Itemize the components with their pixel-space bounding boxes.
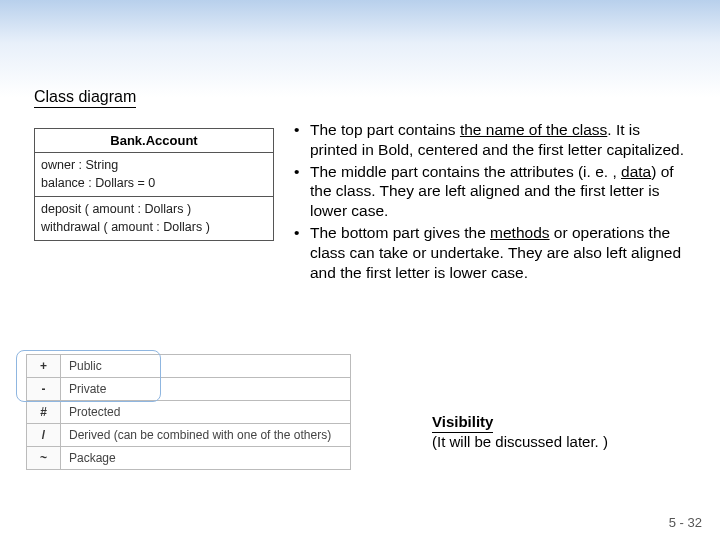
visibility-symbol: - [27, 378, 61, 401]
uml-operation: withdrawal ( amount : Dollars ) [41, 219, 267, 237]
visibility-label: Package [61, 447, 351, 470]
visibility-label: Protected [61, 401, 351, 424]
visibility-subtext: (It will be discussed later. ) [432, 433, 608, 450]
uml-operation: deposit ( amount : Dollars ) [41, 201, 267, 219]
bullet-underline: the name of the class [460, 121, 607, 138]
visibility-table: + Public - Private # Protected / Derived… [26, 354, 351, 470]
description-list: The top part contains the name of the cl… [292, 120, 687, 285]
visibility-note: Visibility (It will be discussed later. … [432, 413, 608, 452]
bullet-text: The bottom part gives the [310, 224, 490, 241]
uml-attribute: balance : Dollars = 0 [41, 175, 267, 193]
visibility-label: Private [61, 378, 351, 401]
visibility-symbol: / [27, 424, 61, 447]
table-row: + Public [27, 355, 351, 378]
table-row: / Derived (can be combined with one of t… [27, 424, 351, 447]
visibility-label: Derived (can be combined with one of the… [61, 424, 351, 447]
page-number: 5 - 32 [669, 515, 702, 530]
visibility-symbol: ~ [27, 447, 61, 470]
bullet-underline: data [621, 163, 651, 180]
bullet-text: The top part contains [310, 121, 460, 138]
uml-class-box: Bank.Account owner : String balance : Do… [34, 128, 274, 241]
table-row: # Protected [27, 401, 351, 424]
table-row: - Private [27, 378, 351, 401]
visibility-symbol: # [27, 401, 61, 424]
visibility-label: Public [61, 355, 351, 378]
bullet-text: The middle part contains the attributes … [310, 163, 621, 180]
uml-attributes: owner : String balance : Dollars = 0 [35, 153, 273, 197]
uml-class-name: Bank.Account [35, 129, 273, 153]
visibility-symbol: + [27, 355, 61, 378]
bullet-item: The bottom part gives the methods or ope… [292, 223, 687, 282]
bullet-item: The middle part contains the attributes … [292, 162, 687, 221]
bullet-underline: methods [490, 224, 549, 241]
visibility-heading: Visibility [432, 413, 493, 433]
uml-operations: deposit ( amount : Dollars ) withdrawal … [35, 197, 273, 240]
uml-attribute: owner : String [41, 157, 267, 175]
bullet-item: The top part contains the name of the cl… [292, 120, 687, 160]
table-row: ~ Package [27, 447, 351, 470]
section-title: Class diagram [34, 88, 136, 108]
